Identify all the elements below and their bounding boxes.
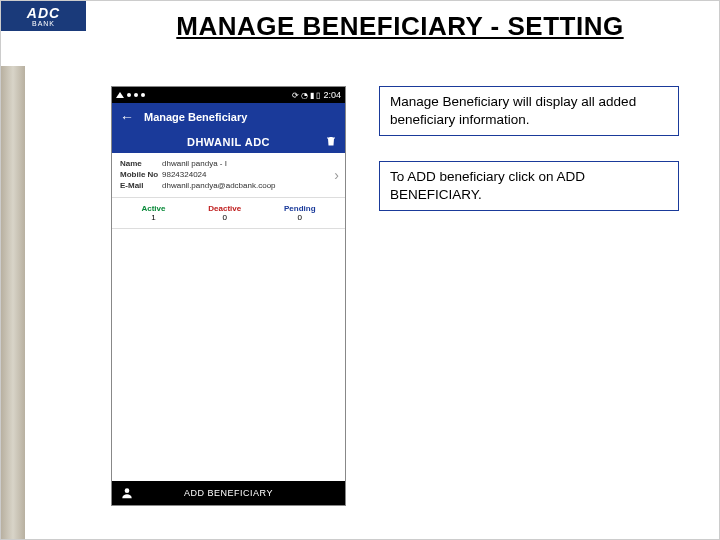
- deactive-count: 0: [208, 213, 241, 222]
- delete-icon[interactable]: [325, 135, 337, 149]
- sync-icon: ⟳: [292, 91, 299, 100]
- status-pending: Pending 0: [284, 204, 316, 222]
- pending-label: Pending: [284, 204, 316, 213]
- callout-info-2: To ADD beneficiary click on ADD BENEFICI…: [379, 161, 679, 211]
- callout-text-2: To ADD beneficiary click on ADD BENEFICI…: [390, 169, 585, 202]
- label-email: E-Mail: [120, 181, 162, 192]
- label-name: Name: [120, 159, 162, 170]
- add-beneficiary-button[interactable]: ADD BENEFICIARY: [112, 481, 345, 505]
- user-icon: [120, 486, 134, 500]
- detail-values: dhwanil pandya - I 9824324024 dhwanil.pa…: [162, 159, 276, 191]
- detail-labels: Name Mobile No E-Mail: [120, 159, 162, 191]
- beneficiary-name-bar[interactable]: DHWANIL ADC: [112, 131, 345, 153]
- clock-icon: ◔: [301, 91, 308, 100]
- status-right: ⟳ ◔ ▮ ▯ 2:04: [292, 90, 341, 100]
- pending-count: 0: [284, 213, 316, 222]
- beneficiary-details[interactable]: Name Mobile No E-Mail dhwanil pandya - I…: [112, 153, 345, 198]
- back-icon[interactable]: ←: [120, 110, 134, 124]
- side-strip: [1, 66, 25, 539]
- chevron-right-icon[interactable]: ›: [334, 167, 339, 183]
- status-counts-row: Active 1 Deactive 0 Pending 0: [112, 198, 345, 229]
- status-dot-icon: [134, 93, 138, 97]
- logo-subtext: BANK: [32, 20, 55, 27]
- callout-info-1: Manage Beneficiary will display all adde…: [379, 86, 679, 136]
- status-dot-icon: [127, 93, 131, 97]
- label-mobile: Mobile No: [120, 170, 162, 181]
- active-label: Active: [141, 204, 165, 213]
- svg-point-0: [125, 488, 130, 493]
- value-mobile: 9824324024: [162, 170, 276, 181]
- header-title: Manage Beneficiary: [144, 111, 247, 123]
- active-count: 1: [141, 213, 165, 222]
- brand-logo: ADC BANK: [1, 1, 86, 31]
- add-beneficiary-label: ADD BENEFICIARY: [184, 488, 273, 498]
- signal-bars-icon: ▮: [310, 91, 314, 100]
- status-icons: ⟳ ◔ ▮ ▯: [292, 91, 320, 100]
- app-header: ← Manage Beneficiary: [112, 103, 345, 131]
- value-email: dhwanil.pandya@adcbank.coop: [162, 181, 276, 192]
- status-dot-icon: [141, 93, 145, 97]
- status-left: [116, 92, 145, 98]
- status-bar: ⟳ ◔ ▮ ▯ 2:04: [112, 87, 345, 103]
- phone-mockup: ⟳ ◔ ▮ ▯ 2:04 ← Manage Beneficiary DHWANI…: [111, 86, 346, 506]
- status-time: 2:04: [323, 90, 341, 100]
- status-deactive: Deactive 0: [208, 204, 241, 222]
- signal-icon: [116, 92, 124, 98]
- value-name: dhwanil pandya - I: [162, 159, 276, 170]
- logo-text: ADC: [27, 6, 60, 20]
- callout-text-1: Manage Beneficiary will display all adde…: [390, 94, 636, 127]
- status-active: Active 1: [141, 204, 165, 222]
- deactive-label: Deactive: [208, 204, 241, 213]
- page-title: MANAGE BENEFICIARY - SETTING: [121, 11, 679, 42]
- beneficiary-name: DHWANIL ADC: [187, 136, 270, 148]
- battery-icon: ▯: [316, 91, 320, 100]
